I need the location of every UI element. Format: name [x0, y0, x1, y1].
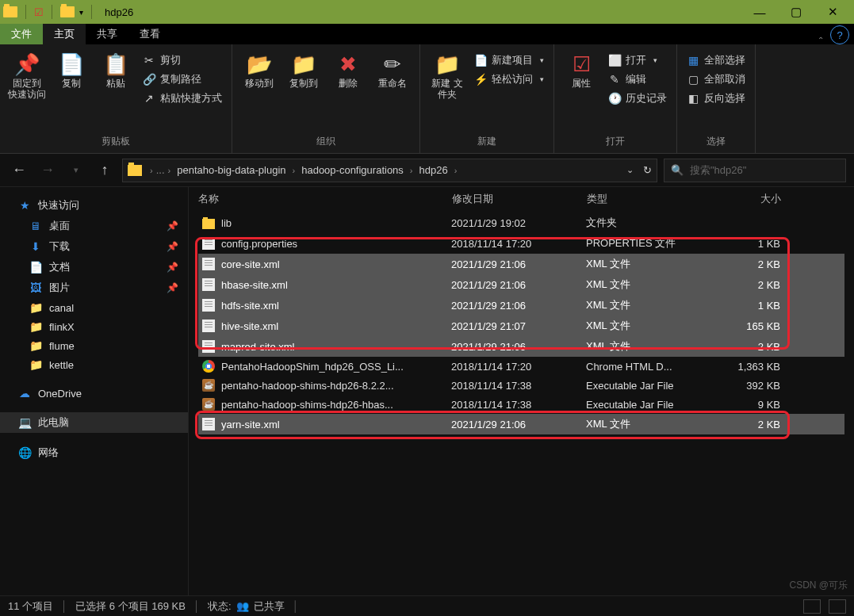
easy-access-button[interactable]: ⚡轻松访问▾ [471, 71, 547, 87]
pin-quick-access-button[interactable]: 📌固定到 快速访问 [6, 51, 48, 104]
details-view-button[interactable] [803, 599, 821, 614]
pin-icon: 📌 [167, 262, 178, 273]
col-date[interactable]: 修改日期 [452, 192, 587, 206]
separator [91, 5, 92, 19]
up-button[interactable]: ↑ [94, 159, 116, 182]
properties-button[interactable]: ☑属性 [561, 51, 602, 92]
copyto-button[interactable]: 📁复制到 [283, 51, 324, 92]
chevron-right-icon[interactable]: › [453, 166, 459, 175]
folder-icon[interactable] [60, 6, 75, 17]
delete-button[interactable]: ✖删除 [327, 51, 369, 92]
file-date: 2018/11/14 17:38 [451, 399, 586, 411]
tab-home[interactable]: 主页 [43, 24, 86, 44]
col-size[interactable]: 大小 [726, 192, 781, 206]
back-button[interactable]: ← [8, 159, 30, 182]
ribbon-group-new: 📁新建 文件夹 📄新建项目▾ ⚡轻松访问▾ 新建 [420, 44, 554, 153]
close-button[interactable]: ✕ [814, 0, 851, 24]
file-name: core-site.xml [221, 258, 280, 270]
col-name[interactable]: 名称 [198, 192, 452, 206]
new-item-button[interactable]: 📄新建项目▾ [471, 52, 547, 68]
file-type: XML 文件 [586, 417, 725, 431]
status-item-count: 11 个项目 [8, 599, 53, 614]
file-row[interactable]: config.properties2018/11/14 17:20PROPERT… [198, 233, 844, 254]
search-input[interactable]: 🔍 搜索"hdp26" [664, 159, 846, 182]
file-icon [202, 237, 215, 250]
file-row[interactable]: mapred-site.xml2021/1/29 21:06XML 文件2 KB [198, 336, 844, 357]
file-row[interactable]: lib2021/1/29 19:02文件夹 [198, 212, 844, 233]
recent-locations-button[interactable]: ▾ [65, 159, 87, 182]
copy-path-button[interactable]: 🔗复制路径 [140, 71, 225, 87]
file-size: 9 KB [725, 399, 780, 411]
file-row[interactable]: core-site.xml2021/1/29 21:06XML 文件2 KB [198, 254, 844, 274]
chevron-right-icon[interactable]: › [291, 166, 297, 175]
tab-view[interactable]: 查看 [128, 24, 171, 44]
nav-pane[interactable]: ★快速访问 🖥桌面📌 ⬇下载📌 📄文档📌 🖼图片📌 📁canal 📁flinkX… [0, 187, 189, 595]
nav-folder-canal[interactable]: 📁canal [0, 298, 188, 317]
invert-selection-button[interactable]: ◧反向选择 [684, 90, 749, 106]
file-row[interactable]: PentahoHadoopShim_hdp26_OSS_Li...2018/11… [198, 357, 844, 376]
file-row[interactable]: hdfs-site.xml2021/1/29 21:06XML 文件1 KB [198, 295, 844, 316]
nav-desktop[interactable]: 🖥桌面📌 [0, 216, 188, 236]
copy-icon: 📄 [59, 54, 84, 75]
delete-icon: ✖ [339, 54, 357, 75]
column-headers[interactable]: 名称 修改日期 类型 大小 [189, 187, 854, 211]
help-icon[interactable]: ? [830, 25, 849, 44]
file-row[interactable]: yarn-site.xml2021/1/29 21:06XML 文件2 KB [198, 414, 844, 434]
nav-pictures[interactable]: 🖼图片📌 [0, 277, 188, 298]
minimize-ribbon-icon[interactable]: ⌃ [818, 36, 824, 44]
refresh-icon[interactable]: ↻ [643, 164, 652, 176]
select-all-button[interactable]: ▦全部选择 [684, 52, 749, 68]
cut-button[interactable]: ✂剪切 [140, 52, 225, 68]
nav-this-pc[interactable]: 💻此电脑 [0, 412, 188, 433]
copy-button[interactable]: 📄复制 [51, 51, 92, 92]
minimize-button[interactable]: ― [741, 0, 778, 24]
tab-share[interactable]: 共享 [86, 24, 128, 44]
pin-icon: 📌 [167, 241, 178, 252]
select-none-button[interactable]: ▢全部取消 [684, 71, 749, 87]
file-type: 文件夹 [586, 216, 725, 230]
maximize-button[interactable]: ▢ [778, 0, 814, 24]
nav-documents[interactable]: 📄文档📌 [0, 257, 188, 277]
shortcut-icon: ↗ [143, 92, 155, 105]
chevron-right-icon[interactable]: › [167, 166, 173, 175]
newitem-icon: 📄 [474, 54, 487, 67]
nav-folder-flume[interactable]: 📁flume [0, 336, 188, 355]
breadcrumb-item[interactable]: hdp26 [416, 164, 451, 176]
nav-network[interactable]: 🌐网络 [0, 442, 188, 463]
tab-file[interactable]: 文件 [0, 24, 43, 44]
breadcrumb[interactable]: › ... › pentaho-big-data-plugin › hadoop… [122, 159, 657, 182]
file-row[interactable]: pentaho-hadoop-shims-hdp26-8.2.2...2018/… [198, 376, 844, 395]
nav-folder-kettle[interactable]: 📁kettle [0, 355, 188, 374]
history-dropdown-icon[interactable]: ⌄ [626, 165, 634, 175]
file-row[interactable]: pentaho-hadoop-shims-hdp26-hbas...2018/1… [198, 395, 844, 414]
breadcrumb-item[interactable]: pentaho-big-data-plugin [174, 164, 289, 176]
new-folder-icon: 📁 [435, 54, 460, 75]
file-list[interactable]: lib2021/1/29 19:02文件夹config.properties20… [189, 211, 854, 595]
qat-properties-icon[interactable]: ☑ [34, 6, 44, 18]
titlebar[interactable]: ☑ ▾ hdp26 ― ▢ ✕ [0, 0, 854, 24]
file-row[interactable]: hbase-site.xml2021/1/29 21:06XML 文件2 KB [198, 274, 844, 295]
nav-downloads[interactable]: ⬇下载📌 [0, 236, 188, 257]
edit-button[interactable]: ✎编辑 [605, 71, 670, 87]
moveto-button[interactable]: 📂移动到 [239, 51, 280, 92]
open-button[interactable]: ⬜打开▾ [605, 52, 670, 68]
folder-icon: 📁 [29, 320, 43, 333]
chevron-right-icon[interactable]: › [408, 166, 415, 175]
breadcrumb-item[interactable]: hadoop-configurations [298, 164, 407, 176]
thumbnails-view-button[interactable] [829, 599, 846, 614]
chrome-icon [202, 360, 215, 373]
qat-dropdown-icon[interactable]: ▾ [79, 8, 83, 17]
paste-button[interactable]: 📋粘贴 [95, 51, 136, 92]
paste-shortcut-button[interactable]: ↗粘贴快捷方式 [140, 90, 225, 106]
chevron-right-icon[interactable]: › [148, 166, 155, 175]
col-type[interactable]: 类型 [587, 192, 726, 206]
nav-quick-access[interactable]: ★快速访问 [0, 195, 188, 216]
ribbon-group-organize: 📂移动到 📁复制到 ✖删除 ✏重命名 组织 [232, 44, 420, 153]
nav-onedrive[interactable]: ☁OneDrive [0, 384, 188, 403]
history-button[interactable]: 🕐历史记录 [605, 90, 670, 106]
rename-button[interactable]: ✏重命名 [372, 51, 413, 92]
new-folder-button[interactable]: 📁新建 文件夹 [427, 51, 468, 104]
forward-button[interactable]: → [36, 159, 59, 182]
nav-folder-flinkx[interactable]: 📁flinkX [0, 317, 188, 336]
file-row[interactable]: hive-site.xml2021/1/29 21:07XML 文件165 KB [198, 316, 844, 336]
